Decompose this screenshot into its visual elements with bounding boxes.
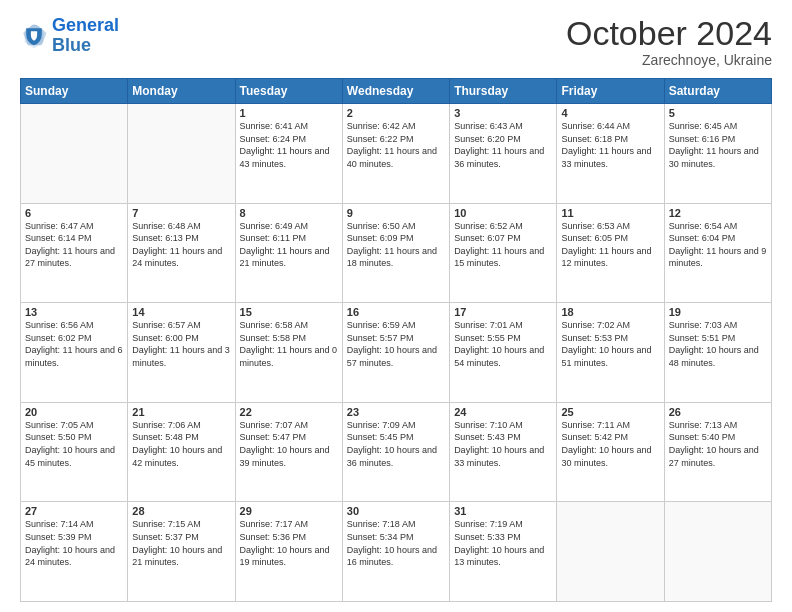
- day-info: Sunrise: 7:02 AMSunset: 5:53 PMDaylight:…: [561, 319, 659, 369]
- day-info: Sunrise: 6:45 AMSunset: 6:16 PMDaylight:…: [669, 120, 767, 170]
- day-info: Sunrise: 7:19 AMSunset: 5:33 PMDaylight:…: [454, 518, 552, 568]
- day-cell: 20Sunrise: 7:05 AMSunset: 5:50 PMDayligh…: [21, 402, 128, 502]
- day-info: Sunrise: 7:03 AMSunset: 5:51 PMDaylight:…: [669, 319, 767, 369]
- col-header-thursday: Thursday: [450, 79, 557, 104]
- location: Zarechnoye, Ukraine: [566, 52, 772, 68]
- day-number: 16: [347, 306, 445, 318]
- header: General Blue October 2024 Zarechnoye, Uk…: [20, 16, 772, 68]
- col-header-friday: Friday: [557, 79, 664, 104]
- day-cell: 24Sunrise: 7:10 AMSunset: 5:43 PMDayligh…: [450, 402, 557, 502]
- day-info: Sunrise: 7:05 AMSunset: 5:50 PMDaylight:…: [25, 419, 123, 469]
- day-number: 28: [132, 505, 230, 517]
- day-cell: 10Sunrise: 6:52 AMSunset: 6:07 PMDayligh…: [450, 203, 557, 303]
- day-info: Sunrise: 6:41 AMSunset: 6:24 PMDaylight:…: [240, 120, 338, 170]
- day-info: Sunrise: 7:17 AMSunset: 5:36 PMDaylight:…: [240, 518, 338, 568]
- day-cell: 16Sunrise: 6:59 AMSunset: 5:57 PMDayligh…: [342, 303, 449, 403]
- day-cell: 1Sunrise: 6:41 AMSunset: 6:24 PMDaylight…: [235, 104, 342, 204]
- day-cell: 15Sunrise: 6:58 AMSunset: 5:58 PMDayligh…: [235, 303, 342, 403]
- day-number: 8: [240, 207, 338, 219]
- month-title: October 2024: [566, 16, 772, 50]
- week-row-3: 13Sunrise: 6:56 AMSunset: 6:02 PMDayligh…: [21, 303, 772, 403]
- day-cell: 2Sunrise: 6:42 AMSunset: 6:22 PMDaylight…: [342, 104, 449, 204]
- day-number: 12: [669, 207, 767, 219]
- col-header-sunday: Sunday: [21, 79, 128, 104]
- logo-icon: [20, 22, 48, 50]
- day-info: Sunrise: 6:47 AMSunset: 6:14 PMDaylight:…: [25, 220, 123, 270]
- day-cell: 31Sunrise: 7:19 AMSunset: 5:33 PMDayligh…: [450, 502, 557, 602]
- col-header-tuesday: Tuesday: [235, 79, 342, 104]
- day-cell: [664, 502, 771, 602]
- day-number: 13: [25, 306, 123, 318]
- day-number: 26: [669, 406, 767, 418]
- day-info: Sunrise: 6:54 AMSunset: 6:04 PMDaylight:…: [669, 220, 767, 270]
- logo: General Blue: [20, 16, 119, 56]
- day-info: Sunrise: 7:01 AMSunset: 5:55 PMDaylight:…: [454, 319, 552, 369]
- day-cell: 7Sunrise: 6:48 AMSunset: 6:13 PMDaylight…: [128, 203, 235, 303]
- day-cell: 22Sunrise: 7:07 AMSunset: 5:47 PMDayligh…: [235, 402, 342, 502]
- week-row-2: 6Sunrise: 6:47 AMSunset: 6:14 PMDaylight…: [21, 203, 772, 303]
- day-cell: 8Sunrise: 6:49 AMSunset: 6:11 PMDaylight…: [235, 203, 342, 303]
- day-number: 4: [561, 107, 659, 119]
- day-cell: 28Sunrise: 7:15 AMSunset: 5:37 PMDayligh…: [128, 502, 235, 602]
- day-number: 9: [347, 207, 445, 219]
- day-cell: [128, 104, 235, 204]
- day-cell: 23Sunrise: 7:09 AMSunset: 5:45 PMDayligh…: [342, 402, 449, 502]
- day-number: 5: [669, 107, 767, 119]
- day-info: Sunrise: 6:53 AMSunset: 6:05 PMDaylight:…: [561, 220, 659, 270]
- day-cell: 13Sunrise: 6:56 AMSunset: 6:02 PMDayligh…: [21, 303, 128, 403]
- day-cell: 3Sunrise: 6:43 AMSunset: 6:20 PMDaylight…: [450, 104, 557, 204]
- day-cell: 17Sunrise: 7:01 AMSunset: 5:55 PMDayligh…: [450, 303, 557, 403]
- day-info: Sunrise: 7:14 AMSunset: 5:39 PMDaylight:…: [25, 518, 123, 568]
- day-number: 17: [454, 306, 552, 318]
- logo-text-blue: Blue: [52, 36, 119, 56]
- day-info: Sunrise: 7:07 AMSunset: 5:47 PMDaylight:…: [240, 419, 338, 469]
- day-info: Sunrise: 6:44 AMSunset: 6:18 PMDaylight:…: [561, 120, 659, 170]
- day-number: 29: [240, 505, 338, 517]
- day-number: 11: [561, 207, 659, 219]
- day-cell: 5Sunrise: 6:45 AMSunset: 6:16 PMDaylight…: [664, 104, 771, 204]
- day-number: 1: [240, 107, 338, 119]
- day-number: 2: [347, 107, 445, 119]
- day-info: Sunrise: 6:56 AMSunset: 6:02 PMDaylight:…: [25, 319, 123, 369]
- day-info: Sunrise: 6:52 AMSunset: 6:07 PMDaylight:…: [454, 220, 552, 270]
- day-cell: 6Sunrise: 6:47 AMSunset: 6:14 PMDaylight…: [21, 203, 128, 303]
- day-number: 19: [669, 306, 767, 318]
- day-info: Sunrise: 7:18 AMSunset: 5:34 PMDaylight:…: [347, 518, 445, 568]
- day-cell: 4Sunrise: 6:44 AMSunset: 6:18 PMDaylight…: [557, 104, 664, 204]
- day-number: 3: [454, 107, 552, 119]
- day-info: Sunrise: 7:13 AMSunset: 5:40 PMDaylight:…: [669, 419, 767, 469]
- day-cell: 18Sunrise: 7:02 AMSunset: 5:53 PMDayligh…: [557, 303, 664, 403]
- day-info: Sunrise: 7:15 AMSunset: 5:37 PMDaylight:…: [132, 518, 230, 568]
- day-number: 24: [454, 406, 552, 418]
- day-number: 6: [25, 207, 123, 219]
- col-header-wednesday: Wednesday: [342, 79, 449, 104]
- day-info: Sunrise: 7:09 AMSunset: 5:45 PMDaylight:…: [347, 419, 445, 469]
- day-cell: 14Sunrise: 6:57 AMSunset: 6:00 PMDayligh…: [128, 303, 235, 403]
- title-block: October 2024 Zarechnoye, Ukraine: [566, 16, 772, 68]
- day-number: 15: [240, 306, 338, 318]
- day-number: 21: [132, 406, 230, 418]
- day-number: 23: [347, 406, 445, 418]
- day-cell: 12Sunrise: 6:54 AMSunset: 6:04 PMDayligh…: [664, 203, 771, 303]
- day-cell: [557, 502, 664, 602]
- page: General Blue October 2024 Zarechnoye, Uk…: [0, 0, 792, 612]
- day-number: 25: [561, 406, 659, 418]
- day-cell: 26Sunrise: 7:13 AMSunset: 5:40 PMDayligh…: [664, 402, 771, 502]
- day-cell: 27Sunrise: 7:14 AMSunset: 5:39 PMDayligh…: [21, 502, 128, 602]
- week-row-1: 1Sunrise: 6:41 AMSunset: 6:24 PMDaylight…: [21, 104, 772, 204]
- day-cell: [21, 104, 128, 204]
- day-number: 7: [132, 207, 230, 219]
- col-header-monday: Monday: [128, 79, 235, 104]
- day-info: Sunrise: 6:48 AMSunset: 6:13 PMDaylight:…: [132, 220, 230, 270]
- day-cell: 30Sunrise: 7:18 AMSunset: 5:34 PMDayligh…: [342, 502, 449, 602]
- day-info: Sunrise: 7:11 AMSunset: 5:42 PMDaylight:…: [561, 419, 659, 469]
- week-row-5: 27Sunrise: 7:14 AMSunset: 5:39 PMDayligh…: [21, 502, 772, 602]
- day-number: 20: [25, 406, 123, 418]
- day-info: Sunrise: 6:50 AMSunset: 6:09 PMDaylight:…: [347, 220, 445, 270]
- day-info: Sunrise: 6:43 AMSunset: 6:20 PMDaylight:…: [454, 120, 552, 170]
- day-number: 31: [454, 505, 552, 517]
- day-number: 14: [132, 306, 230, 318]
- day-info: Sunrise: 6:59 AMSunset: 5:57 PMDaylight:…: [347, 319, 445, 369]
- day-cell: 9Sunrise: 6:50 AMSunset: 6:09 PMDaylight…: [342, 203, 449, 303]
- day-number: 27: [25, 505, 123, 517]
